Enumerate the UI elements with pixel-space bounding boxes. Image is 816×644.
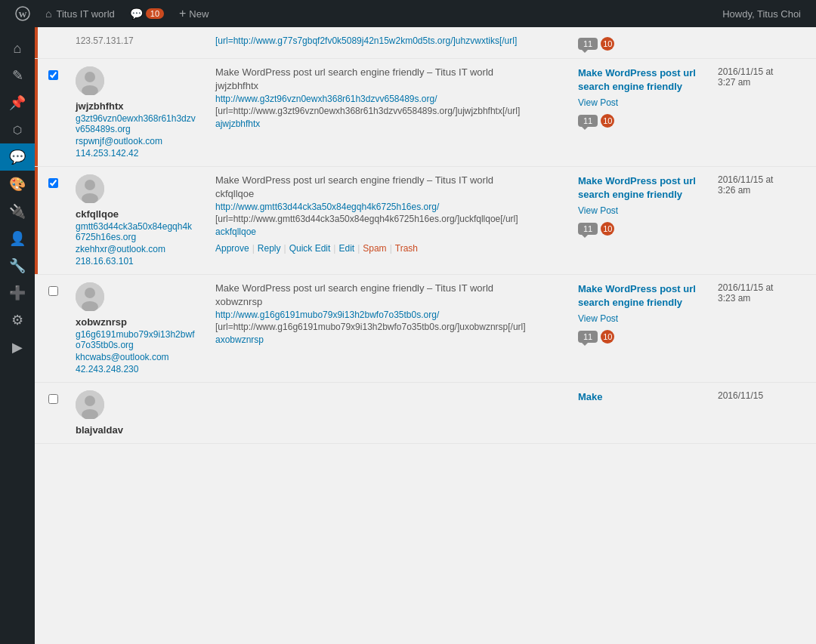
approve-action-2[interactable]: Approve bbox=[215, 243, 249, 254]
comment-author-2: ckfqllqoe bbox=[215, 188, 559, 199]
howdy-text: Howdy, Titus Choi bbox=[715, 8, 808, 20]
post-title-link-4[interactable]: Make bbox=[578, 390, 703, 404]
sidebar-icon-play[interactable]: ▶ bbox=[0, 334, 35, 361]
comment-checkbox-3[interactable] bbox=[48, 286, 58, 296]
author-name-2: ckfqllqoe bbox=[76, 208, 196, 220]
reply-action-2[interactable]: Reply bbox=[258, 243, 281, 254]
date-col-2: 2016/11/15 at 3:26 am bbox=[710, 167, 816, 274]
sidebar-icon-settings[interactable]: ⚙ bbox=[0, 307, 35, 334]
comment-url-1[interactable]: http://www.g3zt96vzn0ewxh368r61h3dzvv658… bbox=[215, 94, 559, 104]
site-name[interactable]: ⌂ Titus IT world bbox=[38, 0, 122, 27]
view-post-link-2[interactable]: View Post bbox=[578, 205, 703, 216]
admin-sidebar: ⌂ ✎ 📌 ⬡ 💬 🎨 🔌 👤 🔧 ➕ ⚙ ▶ bbox=[0, 27, 35, 444]
comment-date-4: 2016/11/15 bbox=[718, 390, 763, 401]
author-ip-1: 114.253.142.42 bbox=[76, 148, 196, 159]
author-link-2[interactable]: gmtt63d44ck3a50x84egqh4k6725h16es.org bbox=[76, 221, 196, 242]
author-col-4: blajvaldav bbox=[68, 383, 204, 443]
wp-logo[interactable]: W bbox=[8, 0, 38, 27]
sidebar-icon-plugins[interactable]: 🔌 bbox=[0, 198, 35, 225]
comment-checkbox-2[interactable] bbox=[48, 178, 58, 188]
sidebar-icon-appearance[interactable]: 🎨 bbox=[0, 171, 35, 198]
author-name-3: xobwznrsp bbox=[76, 316, 196, 328]
truncated-bbcode: [url=http://www.g77s7gbqf2fv0k5089j42n15… bbox=[215, 35, 517, 46]
orange-dot-3: 10 bbox=[601, 330, 614, 344]
date-col-4: 2016/11/15 bbox=[710, 383, 816, 443]
comment-time-1: 3:27 am bbox=[718, 77, 750, 88]
author-name-1: jwjzbhfhtx bbox=[76, 100, 196, 112]
comment-author-3: xobwznrsp bbox=[215, 296, 559, 307]
comment-col-2: Make WordPress post url search engine fr… bbox=[204, 167, 570, 274]
avatar-1 bbox=[76, 66, 104, 95]
chat-badge-1: 11 bbox=[578, 115, 598, 127]
comment-post-title-1: Make WordPress post url search engine fr… bbox=[215, 66, 559, 78]
comment-checkbox-1[interactable] bbox=[48, 70, 58, 80]
svg-point-12 bbox=[85, 396, 95, 406]
author-col-3: xobwznrsp g16g6191mubo79x9i13h2bwfo7o35t… bbox=[68, 275, 204, 382]
main-content: 123.57.131.17 [url=http://www.g77s7gbqf2… bbox=[35, 27, 816, 444]
orange-dot-2: 10 bbox=[601, 222, 614, 236]
comment-alias-2: ackfqllqoe bbox=[215, 226, 256, 237]
comment-url-2[interactable]: http://www.gmtt63d44ck3a50x84egqh4k6725h… bbox=[215, 202, 559, 212]
new-menu[interactable]: + New bbox=[172, 0, 216, 27]
comment-row-3: xobwznrsp g16g6191mubo79x9i13h2bwfo7o35t… bbox=[35, 275, 816, 383]
post-title-link-1[interactable]: Make WordPress post url search engine fr… bbox=[578, 66, 703, 94]
home-icon: ⌂ bbox=[45, 8, 51, 20]
quick-edit-action-2[interactable]: Quick Edit bbox=[289, 243, 331, 254]
comment-post-title-3: Make WordPress post url search engine fr… bbox=[215, 282, 559, 294]
spam-action-2[interactable]: Spam bbox=[363, 243, 386, 254]
author-link-3[interactable]: g16g6191mubo79x9i13h2bwfo7o35tb0s.org bbox=[76, 329, 196, 350]
date-col-1: 2016/11/15 at 3:27 am bbox=[710, 59, 816, 166]
avatar-3 bbox=[76, 282, 104, 311]
sidebar-icon-posts[interactable]: ✎ bbox=[0, 62, 35, 89]
avatar-4 bbox=[76, 390, 104, 419]
sidebar-icon-users[interactable]: 👤 bbox=[0, 225, 35, 252]
post-title-link-2[interactable]: Make WordPress post url search engine fr… bbox=[578, 174, 703, 202]
comment-col-1: Make WordPress post url search engine fr… bbox=[204, 59, 570, 166]
comment-post-title-2: Make WordPress post url search engine fr… bbox=[215, 174, 559, 186]
comments-count-badge: 10 bbox=[146, 8, 164, 19]
admin-bar: W ⌂ Titus IT world 💬 10 + New Howdy, Tit… bbox=[0, 0, 816, 27]
comment-date-2: 2016/11/15 at bbox=[718, 174, 773, 185]
checkbox-col-1 bbox=[38, 59, 68, 166]
author-col-1: jwjzbhfhtx g3zt96vzn0ewxh368r61h3dzvv658… bbox=[68, 59, 204, 166]
plus-icon: + bbox=[179, 7, 186, 20]
author-ip-3: 42.243.248.230 bbox=[76, 364, 196, 374]
author-email-2: zkehhxr@outlook.com bbox=[76, 244, 196, 254]
svg-point-6 bbox=[85, 180, 95, 190]
comment-author-1: jwjzbhfhtx bbox=[215, 80, 559, 91]
view-post-link-3[interactable]: View Post bbox=[578, 313, 703, 324]
post-title-link-3[interactable]: Make WordPress post url search engine fr… bbox=[578, 282, 703, 310]
edit-action-2[interactable]: Edit bbox=[338, 243, 354, 254]
comment-bbcode-3: [url=http://www.g16g6191mubo79x9i13h2bwf… bbox=[215, 322, 559, 332]
comment-bubble-icon: 💬 bbox=[130, 8, 143, 20]
sidebar-icon-customize[interactable]: ⬡ bbox=[0, 116, 35, 143]
new-label: New bbox=[189, 8, 209, 20]
sidebar-icon-dashboard[interactable]: ⌂ bbox=[0, 35, 35, 62]
sidebar-icon-pin[interactable]: 📌 bbox=[0, 89, 35, 116]
truncated-comment-row: 123.57.131.17 [url=http://www.g77s7gbqf2… bbox=[35, 27, 816, 59]
sidebar-icon-comments[interactable]: 💬 bbox=[0, 143, 35, 171]
post-col-4: Make bbox=[570, 383, 710, 443]
sidebar-icon-tools[interactable]: 🔧 bbox=[0, 252, 35, 279]
sidebar-icon-add[interactable]: ➕ bbox=[0, 279, 35, 307]
checkbox-col-4 bbox=[38, 383, 68, 443]
comment-col-3: Make WordPress post url search engine fr… bbox=[204, 275, 570, 382]
comment-time-2: 3:26 am bbox=[718, 185, 750, 196]
post-col-1: Make WordPress post url search engine fr… bbox=[570, 59, 710, 166]
comment-date-1: 2016/11/15 at bbox=[718, 66, 773, 77]
comment-checkbox-4[interactable] bbox=[48, 394, 58, 404]
svg-point-9 bbox=[85, 288, 95, 298]
chat-badge-truncated: 11 bbox=[578, 38, 598, 50]
post-col-3: Make WordPress post url search engine fr… bbox=[570, 275, 710, 382]
view-post-link-1[interactable]: View Post bbox=[578, 97, 703, 108]
author-ip-2: 218.16.63.101 bbox=[76, 256, 196, 267]
author-col-2: ckfqllqoe gmtt63d44ck3a50x84egqh4k6725h1… bbox=[68, 167, 204, 274]
comment-row-4: blajvaldav Make 2016/11/15 bbox=[35, 383, 816, 444]
author-email-1: rspwnjf@outlook.com bbox=[76, 136, 196, 146]
trash-action-2[interactable]: Trash bbox=[395, 243, 418, 254]
comments-widget[interactable]: 💬 10 bbox=[122, 0, 172, 27]
author-link-1[interactable]: g3zt96vzn0ewxh368r61h3dzvv658489s.org bbox=[76, 113, 196, 134]
svg-text:W: W bbox=[19, 10, 27, 19]
chat-badge-2: 11 bbox=[578, 223, 598, 235]
comment-url-3[interactable]: http://www.g16g6191mubo79x9i13h2bwfo7o35… bbox=[215, 310, 559, 320]
